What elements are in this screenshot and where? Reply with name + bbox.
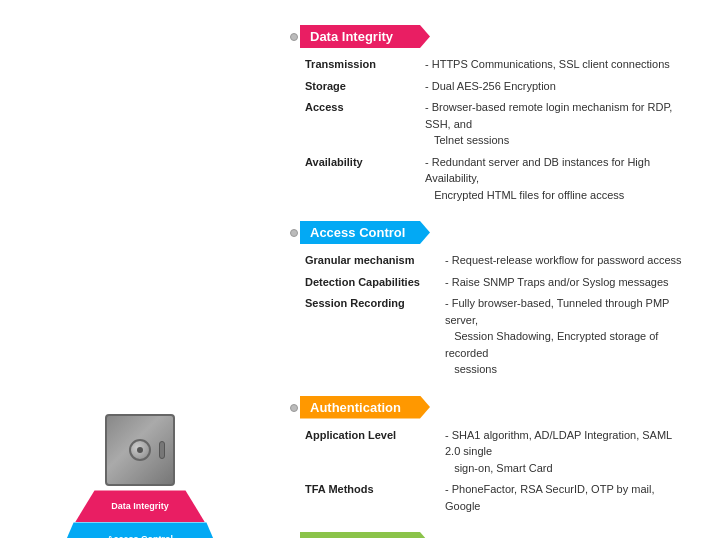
section-vaulting: Vaulting Master key - AES-256 Algorithm … [300, 532, 690, 538]
label-detection: Detection Capabilities [305, 274, 445, 291]
section-authentication: Authentication Application Level - SHA1 … [300, 396, 690, 515]
connector-dot-2 [290, 229, 298, 237]
safe-handle [159, 441, 165, 459]
data-integrity-content: Transmission - HTTPS Communications, SSL… [300, 56, 690, 203]
connector-dot-1 [290, 33, 298, 41]
header-data-integrity: Data Integrity [300, 25, 430, 48]
label-granular: Granular mechanism [305, 252, 445, 269]
header-access-control: Access Control [300, 221, 430, 244]
label-transmission: Transmission [305, 56, 425, 73]
info-row: Storage - Dual AES-256 Encryption [305, 78, 690, 95]
safe-body [105, 414, 175, 486]
label-availability: Availability [305, 154, 425, 204]
label-session-recording: Session Recording [305, 295, 445, 378]
connector-dot-3 [290, 404, 298, 412]
pyramid-layer-data-integrity: Data Integrity [75, 490, 205, 522]
info-row: Application Level - SHA1 algorithm, AD/L… [305, 427, 690, 477]
label-tfa: TFA Methods [305, 481, 445, 514]
info-row: Detection Capabilities - Raise SNMP Trap… [305, 274, 690, 291]
info-row: Transmission - HTTPS Communications, SSL… [305, 56, 690, 73]
section-access-control: Access Control Granular mechanism - Requ… [300, 221, 690, 378]
value-detection: - Raise SNMP Traps and/or Syslog message… [445, 274, 690, 291]
info-row: TFA Methods - PhoneFactor, RSA SecurID, … [305, 481, 690, 514]
value-transmission: - HTTPS Communications, SSL client conne… [425, 56, 690, 73]
value-tfa: - PhoneFactor, RSA SecurID, OTP by mail,… [445, 481, 690, 514]
section-data-integrity: Data Integrity Transmission - HTTPS Comm… [300, 25, 690, 203]
access-control-content: Granular mechanism - Request-release wor… [300, 252, 690, 378]
value-access: - Browser-based remote login mechanism f… [425, 99, 690, 149]
value-availability: - Redundant server and DB instances for … [425, 154, 690, 204]
info-row: Access - Browser-based remote login mech… [305, 99, 690, 149]
header-authentication: Authentication [300, 396, 430, 419]
info-row: Availability - Redundant server and DB i… [305, 154, 690, 204]
value-app-level: - SHA1 algorithm, AD/LDAP Integration, S… [445, 427, 690, 477]
value-granular: - Request-release workflow for password … [445, 252, 690, 269]
pyramid-container: Data Integrity Access Control Authentica… [10, 410, 270, 538]
left-panel: Data Integrity Access Control Authentica… [0, 15, 280, 538]
label-app-level: Application Level [305, 427, 445, 477]
pyramid-layer-access-control: Access Control [59, 522, 221, 538]
safe-dial [129, 439, 151, 461]
info-row: Granular mechanism - Request-release wor… [305, 252, 690, 269]
value-storage: - Dual AES-256 Encryption [425, 78, 690, 95]
label-storage: Storage [305, 78, 425, 95]
header-vaulting: Vaulting [300, 532, 430, 538]
page-container: Data Integrity Access Control Authentica… [0, 0, 705, 538]
info-row: Session Recording - Fully browser-based,… [305, 295, 690, 378]
label-access: Access [305, 99, 425, 149]
value-session-recording: - Fully browser-based, Tunneled through … [445, 295, 690, 378]
safe [100, 410, 180, 490]
right-panel: Data Integrity Transmission - HTTPS Comm… [280, 15, 705, 538]
authentication-content: Application Level - SHA1 algorithm, AD/L… [300, 427, 690, 515]
